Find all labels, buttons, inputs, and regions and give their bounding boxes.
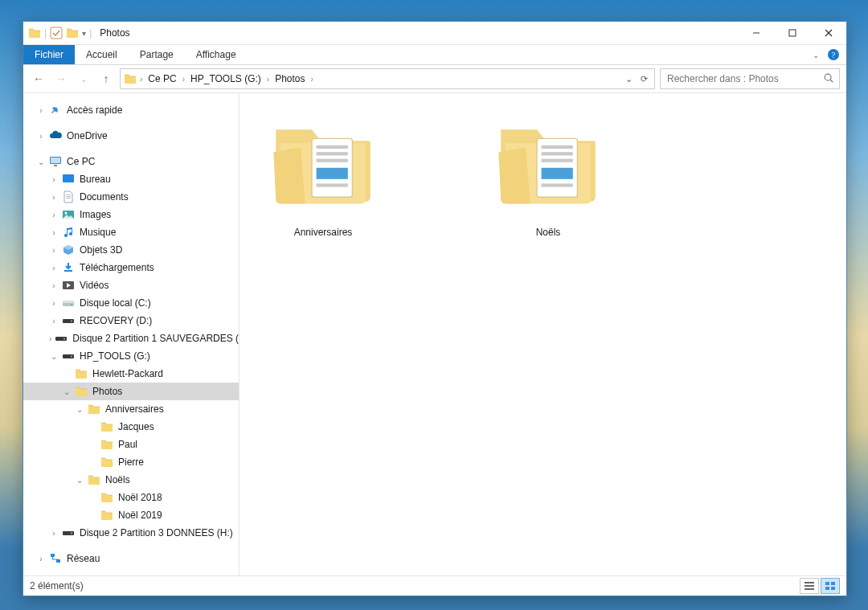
tree-onedrive[interactable]: › OneDrive (23, 127, 239, 145)
tree-label: Musique (78, 227, 116, 238)
titlebar[interactable]: | ▾ | Photos (23, 22, 846, 45)
status-bar: 2 élément(s) (23, 575, 846, 596)
nav-toolbar: ← → ⌄ ↑ › Ce PC › HP_TOOLS (G:) › Photos… (23, 65, 846, 93)
tree-item[interactable]: ›RECOVERY (D:) (23, 312, 239, 330)
close-button[interactable] (810, 22, 846, 44)
svg-rect-35 (805, 588, 814, 590)
tree-item[interactable]: Jacques (23, 418, 239, 436)
images-icon (62, 208, 75, 221)
expand-icon[interactable]: › (49, 529, 59, 538)
tree-drive-g[interactable]: ⌄ HP_TOOLS (G:) (23, 347, 239, 365)
tree-item[interactable]: Noël 2018 (23, 489, 239, 506)
tree-label: Disque local (C:) (78, 297, 151, 309)
tree-item[interactable]: ›Images (23, 206, 239, 223)
ribbon-tab-share[interactable]: Partage (129, 45, 185, 64)
search-icon (823, 72, 834, 84)
nav-back-button[interactable]: ← (30, 70, 47, 88)
refresh-icon[interactable]: ⟳ (641, 74, 648, 84)
chevron-right-icon[interactable]: › (140, 75, 142, 84)
quick-access-toolbar: | ▾ | Photos (23, 27, 130, 39)
view-details-button[interactable] (800, 578, 819, 594)
expand-icon[interactable]: › (49, 317, 59, 325)
tree-folder-anniversaires[interactable]: ⌄ Anniversaires (23, 400, 239, 418)
nav-forward-button[interactable]: → (52, 70, 70, 88)
ribbon-tab-home[interactable]: Accueil (75, 45, 129, 64)
tree-label: Photos (91, 386, 122, 397)
collapse-icon[interactable]: ⌄ (75, 405, 84, 414)
tree-item[interactable]: Paul (23, 436, 239, 453)
tree-label: Paul (117, 439, 137, 450)
tree-folder-hewlett[interactable]: Hewlett-Packard (23, 365, 239, 383)
tree-item[interactable]: ›Vidéos (23, 276, 239, 294)
tree-item[interactable]: ›Documents (23, 188, 239, 206)
addressbar-dropdown-icon[interactable]: ⌄ (625, 74, 633, 84)
download-icon (62, 261, 75, 274)
tree-label: Disque 2 Partition 3 DONNEES (H:) (78, 527, 233, 538)
expand-icon[interactable]: › (49, 264, 59, 272)
tree-item[interactable]: ›Musique (23, 223, 239, 241)
ribbon-tab-file[interactable]: Fichier (23, 45, 75, 64)
nav-recent-dropdown[interactable]: ⌄ (75, 70, 92, 88)
view-large-icons-button[interactable] (821, 578, 840, 594)
tree-item[interactable]: ›Disque local (C:) (23, 294, 239, 312)
minimize-button[interactable] (738, 22, 774, 44)
qat-newfolder-icon[interactable] (66, 27, 79, 39)
tree-drive-h[interactable]: › Disque 2 Partition 3 DONNEES (H:) (23, 524, 239, 542)
tree-item[interactable]: ›Bureau (23, 170, 239, 188)
tree-network[interactable]: › Réseau (23, 550, 239, 567)
tree-quick-access[interactable]: › Accès rapide (23, 101, 239, 119)
chevron-right-icon[interactable]: › (267, 75, 269, 84)
expand-icon[interactable]: › (49, 175, 59, 184)
address-bar[interactable]: › Ce PC › HP_TOOLS (G:) › Photos › ⌄ ⟳ (120, 68, 655, 89)
tree-this-pc[interactable]: ⌄ Ce PC (23, 153, 239, 170)
expand-icon[interactable]: › (49, 228, 59, 237)
ribbon-expand-icon[interactable]: ⌄ (813, 45, 819, 64)
expand-icon[interactable]: › (36, 106, 46, 115)
collapse-icon[interactable]: ⌄ (36, 158, 46, 166)
collapse-icon[interactable]: ⌄ (62, 387, 72, 396)
tree-label: Téléchargements (78, 262, 154, 273)
tree-item[interactable]: Pierre (23, 453, 239, 471)
qat-dropdown-icon[interactable]: ▾ (82, 29, 86, 38)
ribbon-tab-view[interactable]: Affichage (185, 45, 248, 64)
tree-label: Accès rapide (65, 104, 122, 116)
breadcrumb-item[interactable]: Ce PC (145, 73, 178, 84)
tree-item[interactable]: ›Téléchargements (23, 259, 239, 276)
expand-icon[interactable]: › (49, 246, 59, 255)
svg-rect-38 (825, 587, 829, 590)
tree-label: Images (78, 209, 111, 220)
help-icon[interactable] (825, 45, 841, 64)
qat-separator-2: | (89, 27, 92, 39)
search-box[interactable] (660, 68, 840, 89)
breadcrumb-item[interactable]: Photos (272, 73, 307, 84)
collapse-icon[interactable]: ⌄ (49, 352, 59, 361)
tree-label: Ce PC (65, 156, 95, 167)
qat-properties-icon[interactable] (50, 27, 63, 39)
search-input[interactable] (665, 72, 834, 85)
expand-icon[interactable]: › (49, 211, 59, 219)
expand-icon[interactable]: › (49, 281, 59, 290)
tree-item[interactable]: ›Disque 2 Partition 1 SAUVEGARDES (F:) (23, 330, 239, 347)
expand-icon[interactable]: › (49, 193, 59, 202)
breadcrumb-item[interactable]: HP_TOOLS (G:) (188, 73, 264, 84)
navigation-pane[interactable]: › Accès rapide › OneDrive ⌄ (23, 93, 240, 575)
tree-label: Objets 3D (78, 244, 122, 256)
tree-item[interactable]: Noël 2019 (23, 506, 239, 524)
expand-icon[interactable]: › (36, 132, 46, 141)
expand-icon[interactable]: › (36, 555, 46, 563)
maximize-button[interactable] (774, 22, 810, 44)
nav-up-button[interactable]: ↑ (97, 70, 115, 88)
expand-icon[interactable]: › (49, 334, 51, 343)
chevron-right-icon[interactable]: › (182, 75, 185, 84)
folder-item[interactable]: Noëls (484, 109, 612, 238)
view-toggle (800, 578, 840, 594)
chevron-right-icon[interactable]: › (311, 75, 313, 84)
tree-item[interactable]: ›Objets 3D (23, 241, 239, 259)
folder-item[interactable]: Anniversaires (259, 109, 387, 238)
content-pane[interactable]: AnniversairesNoëls (240, 93, 846, 575)
expand-icon[interactable]: › (49, 299, 59, 308)
collapse-icon[interactable]: ⌄ (75, 476, 84, 485)
tree-folder-photos[interactable]: ⌄ Photos (23, 383, 239, 400)
tree-folder-noels[interactable]: ⌄ Noëls (23, 471, 239, 489)
tree-label: Documents (78, 191, 129, 203)
